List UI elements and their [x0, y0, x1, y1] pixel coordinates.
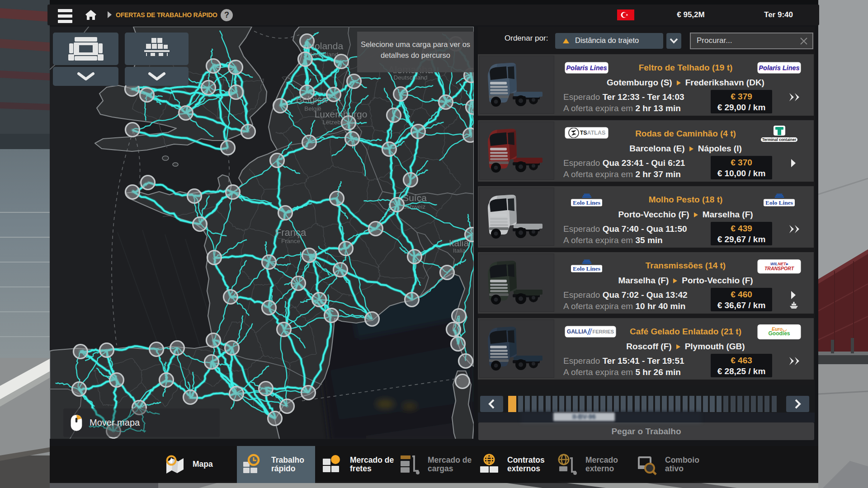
svg-text:Lëtzebuerg: Lëtzebuerg — [322, 119, 353, 126]
svg-text:Schweiz: Schweiz — [403, 203, 426, 210]
svg-text:França: França — [275, 227, 307, 238]
svg-text:Deutschland: Deutschland — [393, 74, 427, 81]
svg-text:Belgica: Belgica — [296, 94, 327, 104]
svg-text:Holanda: Holanda — [308, 41, 344, 51]
svg-text:France: France — [281, 238, 300, 244]
svg-text:Itália: Itália — [449, 238, 469, 248]
svg-text:Suíça: Suíça — [402, 192, 427, 203]
svg-text:Luxemburgo: Luxemburgo — [315, 109, 368, 119]
svg-text:Nederland: Nederland — [310, 51, 338, 58]
svg-text:Italia: Italia — [453, 247, 466, 254]
